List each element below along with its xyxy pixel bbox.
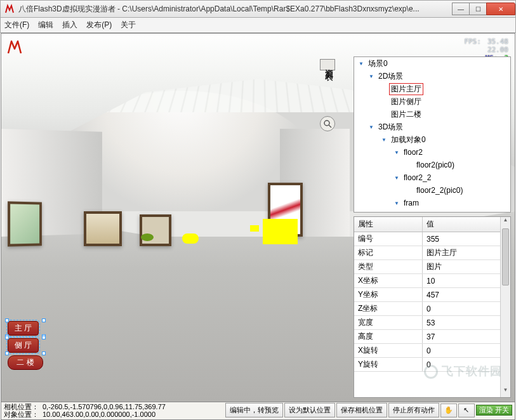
menu-edit[interactable]: 编辑 xyxy=(38,20,53,30)
magnifier-icon xyxy=(323,119,332,128)
hand-tool-button[interactable]: ✋ xyxy=(440,404,457,417)
tree-node-label[interactable]: floor2 xyxy=(402,148,425,157)
nav-button-side-hall[interactable]: 侧 厅 xyxy=(8,338,39,353)
property-value[interactable]: 0 xyxy=(423,359,510,371)
resource-list-tab[interactable]: 资源列表 xyxy=(320,59,335,70)
property-value[interactable]: 355 xyxy=(423,233,510,245)
tree-node[interactable]: 加载对象0 xyxy=(354,133,510,146)
property-row[interactable]: 类型图片 xyxy=(354,260,510,274)
nav-button-wrap: 主 厅 xyxy=(8,321,43,336)
minimize-button[interactable]: — xyxy=(452,3,470,15)
menu-about[interactable]: 关于 xyxy=(121,20,136,30)
tree-node-label[interactable]: 图片二楼 xyxy=(389,109,423,120)
scroll-up-icon[interactable]: ▲ xyxy=(501,217,510,227)
expand-arrow-icon[interactable] xyxy=(358,60,364,67)
tree-node[interactable]: floor2_2(pic0) xyxy=(354,184,510,197)
tree-node[interactable]: 图片侧厅 xyxy=(354,95,510,108)
set-default-pos-button[interactable]: 设为默认位置 xyxy=(284,403,335,417)
scene-nav-buttons: 主 厅 侧 厅 二 楼 xyxy=(8,321,43,370)
tree-node-label[interactable]: 2D场景 xyxy=(376,71,405,82)
tree-node[interactable]: 2D场景 xyxy=(354,70,510,82)
tree-node[interactable]: 3D场景 xyxy=(354,121,510,133)
property-row[interactable]: X坐标10 xyxy=(354,274,510,288)
painting[interactable] xyxy=(8,201,42,246)
scroll-thumb[interactable] xyxy=(502,228,509,285)
tree-node-label[interactable]: floor2_2 xyxy=(402,173,433,182)
expand-arrow-icon[interactable] xyxy=(394,149,400,155)
window-title: 八倍Flash3D虚拟现实漫游者 - C:\Users\Administrato… xyxy=(18,4,453,15)
expand-arrow-icon[interactable] xyxy=(394,200,400,206)
tree-node[interactable]: 场景0 xyxy=(354,57,510,70)
maximize-button[interactable]: ☐ xyxy=(469,3,487,15)
scroll-down-icon[interactable]: ▼ xyxy=(501,387,510,397)
expand-arrow-icon[interactable] xyxy=(381,136,387,143)
resize-handle[interactable] xyxy=(5,318,9,322)
menu-publish[interactable]: 发布(P) xyxy=(86,20,112,30)
property-value[interactable]: 0 xyxy=(423,345,510,357)
menu-insert[interactable]: 插入 xyxy=(62,20,77,30)
svg-line-1 xyxy=(329,125,331,128)
expand-arrow-icon[interactable] xyxy=(394,174,400,181)
nav-button-second-floor[interactable]: 二 楼 xyxy=(8,355,43,370)
painting[interactable] xyxy=(140,214,171,246)
status-buttons: 编辑中，转预览 设为默认位置 保存相机位置 停止所有动作 ✋ ↖ 渲染 开关 xyxy=(225,403,512,417)
close-button[interactable]: ✕ xyxy=(486,3,515,15)
resize-handle[interactable] xyxy=(42,336,46,339)
property-key: 类型 xyxy=(354,260,423,273)
cursor-tool-button[interactable]: ↖ xyxy=(458,404,475,417)
resize-handle[interactable] xyxy=(5,336,9,339)
tree-node[interactable]: floor2_2 xyxy=(354,171,510,184)
tree-node[interactable]: floor2(pic0) xyxy=(354,159,510,171)
property-row[interactable]: 标记图片主厅 xyxy=(354,246,510,260)
expand-arrow-icon[interactable] xyxy=(368,73,374,79)
statusbar: 相机位置：0,-260.5,-1.570796,0,0.96,11.75,369… xyxy=(1,402,515,420)
tree-node[interactable]: 图片二楼 xyxy=(354,108,510,121)
scene-tree[interactable]: 场景02D场景图片主厅图片侧厅图片二楼3D场景加载对象0floor2floor2… xyxy=(354,57,510,209)
property-row[interactable]: X旋转0 xyxy=(354,344,510,358)
menu-file[interactable]: 文件(F) xyxy=(4,20,29,30)
save-camera-pos-button[interactable]: 保存相机位置 xyxy=(336,403,387,417)
tree-node-label[interactable]: fram xyxy=(402,199,421,207)
render-toggle-button[interactable]: 渲染 开关 xyxy=(476,405,512,416)
nav-button-main-hall[interactable]: 主 厅 xyxy=(8,321,39,336)
tree-node-label[interactable]: 加载对象0 xyxy=(389,135,428,145)
object-pos-label: 对象位置： xyxy=(4,410,39,418)
property-row[interactable]: Y坐标457 xyxy=(354,288,510,302)
property-value[interactable]: 10 xyxy=(423,275,510,287)
property-value[interactable]: 0 xyxy=(423,303,510,315)
property-key: X坐标 xyxy=(354,274,423,287)
properties-rows: 编号355标记图片主厅类型图片X坐标10Y坐标457Z坐标0宽度53高度37X旋… xyxy=(354,232,510,397)
menubar: 文件(F) 编辑 插入 发布(P) 关于 xyxy=(0,18,516,33)
expand-arrow-icon[interactable] xyxy=(368,124,374,130)
property-value[interactable]: 457 xyxy=(423,289,510,301)
tree-node-label[interactable]: 图片侧厅 xyxy=(389,96,423,107)
tree-node[interactable]: floor2 xyxy=(354,146,510,159)
property-row[interactable]: Z坐标0 xyxy=(354,302,510,316)
marker-yellow xyxy=(263,219,298,244)
property-value[interactable]: 图片 xyxy=(423,260,510,273)
property-value[interactable]: 53 xyxy=(423,317,510,329)
tree-node-label[interactable]: 图片主厅 xyxy=(389,83,423,95)
property-row[interactable]: Y旋转0 xyxy=(354,358,510,372)
tree-node-label[interactable]: 场景0 xyxy=(366,58,390,69)
property-row[interactable]: 编号355 xyxy=(354,232,510,246)
properties-scrollbar[interactable]: ▲ ▼ xyxy=(500,217,510,397)
zoom-button[interactable] xyxy=(320,116,335,131)
toggle-preview-button[interactable]: 编辑中，转预览 xyxy=(225,403,283,417)
tree-node-label[interactable]: floor2(pic0) xyxy=(414,161,456,169)
viewport[interactable]: FPS:35.48 22.00 MS:2 MEM:27.9 DRW:80 TRI… xyxy=(1,33,515,402)
resize-handle[interactable] xyxy=(42,318,46,322)
properties-header: 属性 值 xyxy=(354,217,510,232)
tree-node-label[interactable]: 3D场景 xyxy=(376,122,405,133)
stat-afps-value: 22.00 xyxy=(487,46,508,54)
property-value[interactable]: 37 xyxy=(423,331,510,343)
property-value[interactable]: 图片主厅 xyxy=(423,246,510,259)
tree-node-label[interactable]: floor2_2(pic0) xyxy=(414,186,465,195)
tree-node[interactable]: fram xyxy=(354,197,510,209)
tree-node[interactable]: 图片主厅 xyxy=(354,82,510,95)
painting[interactable] xyxy=(84,211,122,246)
property-row[interactable]: 宽度53 xyxy=(354,316,510,330)
stop-all-actions-button[interactable]: 停止所有动作 xyxy=(388,403,439,417)
property-row[interactable]: 高度37 xyxy=(354,330,510,344)
app-logo xyxy=(6,39,23,55)
